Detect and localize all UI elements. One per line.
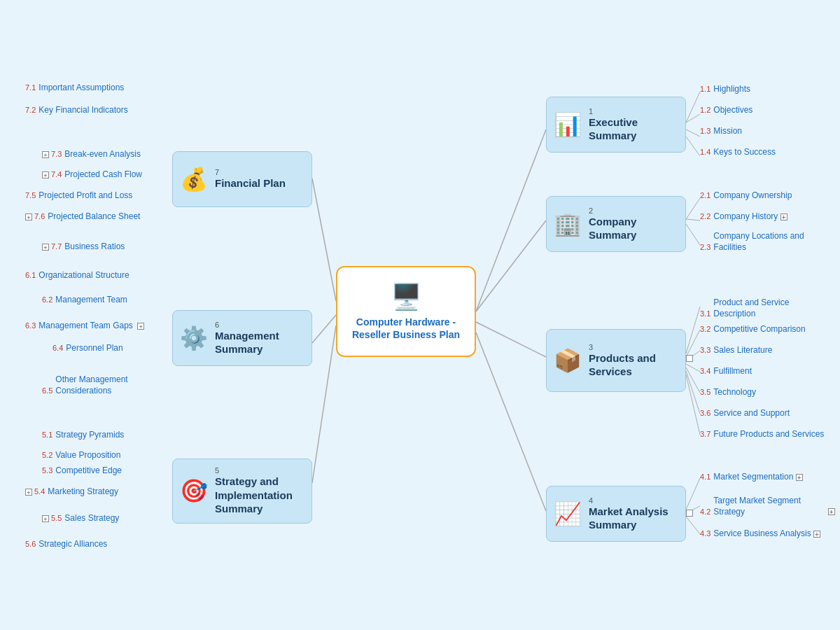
item-6-1: 6.1Organizational Structure [25,270,130,280]
market-expand[interactable] [686,510,693,517]
strategy-num: 5 [215,466,293,475]
sub-4-3: 4.3Service Business Analysis + [700,528,822,538]
item-5-3: 5.3Competitive Edge [42,465,122,475]
svg-line-2 [476,322,546,357]
item-6-2: 6.2Management Team [42,295,127,304]
sub-3-6: 3.6Service and Support [700,408,790,418]
central-node: 🖥️ Computer Hardware - Reseller Business… [336,266,476,357]
sub-2-1: 2.1Company Ownership [700,190,792,200]
management-title: Management Summary [215,329,279,356]
item-5-5: +5.5Sales Strategy [42,513,119,523]
svg-line-4 [312,178,336,301]
products-icon: 📦 [554,347,582,374]
section-products[interactable]: 📦 3 Products and Services [546,329,686,392]
item-7-5: 7.5Projected Profit and Loss [25,190,132,200]
management-icon: ⚙️ [180,325,208,351]
sub-3-3: 3.3Sales Literature [700,345,772,355]
products-title: Products and Services [589,351,656,379]
svg-line-5 [312,315,336,343]
section-market[interactable]: 📈 4 Market Analysis Summary [546,486,686,542]
financial-text: 7 Financial Plan [215,168,286,190]
market-title: Market Analysis Summary [589,505,668,532]
item-7-3: +7.3Break-even Analysis [42,149,141,159]
company-num: 2 [589,206,678,215]
svg-line-13 [686,224,700,245]
sub-3-4: 3.4Fulfillment [700,366,752,376]
svg-line-8 [686,114,700,122]
sub-1-2: 1.2Objectives [700,105,752,115]
svg-line-23 [686,517,700,534]
market-icon: 📈 [554,500,582,527]
item-5-2: 5.2Value Proposition [42,450,120,460]
management-text: 6 Management Summary [215,321,279,356]
sub-3-1: 3.1Product and Service Description [700,298,825,319]
exec-icon: 📊 [554,111,582,138]
section-exec[interactable]: 📊 1 Executive Summary [546,97,686,153]
sub-4-1: 4.1Market Segmentation + [700,472,805,482]
item-6-3: 6.3Management Team Gaps + [25,321,146,330]
sub-3-7: 3.7Future Products and Services [700,429,824,439]
svg-line-10 [686,136,700,156]
item-7-6: +7.6Projected Balance Sheet [25,211,140,221]
strategy-title: Strategy and Implementation Summary [215,475,293,516]
svg-line-21 [686,478,700,510]
sub-4-2: 4.2Target Market Segment Strategy + [700,496,837,517]
svg-line-1 [476,220,546,312]
sub-2-3: 2.3Company Locations and Facilities [700,231,818,253]
svg-line-15 [686,330,700,357]
products-num: 3 [589,343,656,351]
svg-line-0 [476,130,546,312]
section-company[interactable]: 🏢 2 Company Summary [546,196,686,252]
item-6-5: 6.5Other Management Considerations [42,374,160,396]
svg-line-9 [686,130,700,136]
svg-line-19 [686,371,700,414]
computer-icon: 🖥️ [391,282,422,312]
item-7-7: +7.7Business Ratios [42,241,125,251]
item-5-1: 5.1Strategy Pyramids [42,430,124,440]
exec-num: 1 [589,107,678,115]
sub-2-2: 2.2Company History + [700,211,790,221]
financial-icon: 💰 [180,166,208,192]
products-expand[interactable] [686,355,693,362]
exec-text: 1 Executive Summary [589,107,678,143]
sub-1-3: 1.3Mission [700,126,742,136]
svg-line-11 [686,198,700,219]
central-title: Computer Hardware - Reseller Business Pl… [352,316,460,341]
svg-line-3 [476,332,546,511]
company-text: 2 Company Summary [589,206,678,242]
section-management[interactable]: ⚙️ 6 Management Summary [172,310,312,366]
sub-3-2: 3.2Competitive Comparison [700,324,806,334]
svg-line-18 [686,368,700,393]
management-num: 6 [215,321,279,329]
svg-line-6 [312,326,336,483]
company-title: Company Summary [589,215,678,242]
company-icon: 🏢 [554,211,582,237]
market-text: 4 Market Analysis Summary [589,496,668,532]
item-5-6: 5.6Strategic Alliances [25,539,107,549]
strategy-icon: 🎯 [180,477,208,504]
item-6-4: 6.4Personnel Plan [52,343,123,353]
item-7-2: 7.2Key Financial Indicators [25,105,128,115]
products-text: 3 Products and Services [589,343,656,379]
svg-line-7 [686,92,700,122]
sub-3-5: 3.5Technology [700,387,756,397]
section-strategy[interactable]: 🎯 5 Strategy and Implementation Summary [172,458,312,524]
item-7-4: +7.4Projected Cash Flow [42,169,142,179]
item-7-1: 7.1Important Assumptions [25,83,124,92]
market-num: 4 [589,496,668,505]
financial-num: 7 [215,168,286,176]
section-financial[interactable]: 💰 7 Financial Plan [172,151,312,207]
exec-title: Executive Summary [589,115,678,143]
financial-title: Financial Plan [215,176,286,190]
svg-line-12 [686,219,700,220]
svg-line-14 [686,307,700,354]
svg-line-17 [686,364,700,372]
strategy-text: 5 Strategy and Implementation Summary [215,466,293,516]
sub-1-4: 1.4Keys to Success [700,147,776,157]
sub-1-1: 1.1Highlights [700,84,750,94]
svg-line-20 [686,374,700,435]
item-5-4: +5.4Marketing Strategy [25,486,118,496]
